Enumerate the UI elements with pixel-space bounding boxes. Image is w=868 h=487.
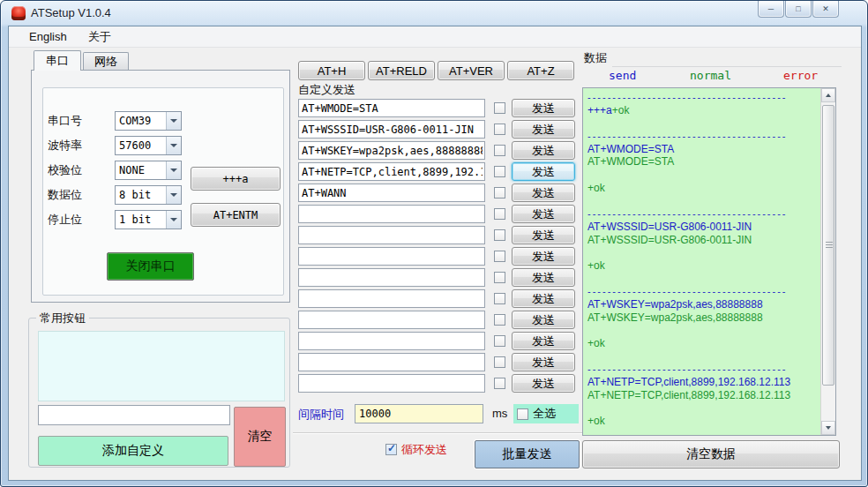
custom-command-row: 发送	[298, 184, 582, 203]
plus-a-button[interactable]: +++a	[191, 167, 281, 191]
parity-field: 校验位 NONE	[48, 161, 182, 180]
chevron-down-icon	[166, 112, 181, 130]
stop-bits-select[interactable]: 1 bit	[115, 210, 182, 229]
loop-send-checkbox[interactable]	[385, 444, 397, 455]
parity-value: NONE	[119, 164, 145, 176]
baud-rate-select[interactable]: 57600	[115, 136, 182, 155]
send-checkbox[interactable]	[494, 356, 505, 368]
send-checkbox[interactable]	[494, 208, 505, 220]
send-checkbox[interactable]	[494, 335, 505, 347]
parity-select[interactable]: NONE	[115, 161, 182, 180]
chevron-down-icon	[166, 211, 181, 229]
command-input[interactable]	[298, 374, 485, 393]
send-button[interactable]: 发送	[512, 141, 575, 160]
command-input[interactable]	[298, 289, 485, 308]
command-input[interactable]	[298, 141, 485, 160]
send-checkbox[interactable]	[494, 229, 505, 241]
at-entm-button[interactable]: AT+ENTM	[191, 203, 281, 227]
select-all-checkbox[interactable]	[517, 408, 528, 420]
menu-item-about[interactable]: 关于	[80, 26, 119, 48]
send-button[interactable]: 发送	[512, 311, 575, 329]
batch-send-button[interactable]: 批量发送	[475, 440, 580, 468]
clear-data-button[interactable]: 清空数据	[582, 440, 840, 468]
send-checkbox[interactable]	[494, 166, 505, 177]
custom-command-row: 发送	[298, 353, 582, 372]
send-checkbox[interactable]	[494, 293, 505, 304]
command-input[interactable]	[298, 99, 485, 117]
send-button[interactable]: 发送	[512, 99, 575, 117]
log-line	[587, 273, 818, 286]
send-button[interactable]: 发送	[512, 374, 575, 393]
custom-command-row: 发送	[298, 205, 582, 224]
stop-bits-label: 停止位	[48, 212, 115, 228]
tab-network[interactable]: 网络	[83, 52, 129, 71]
command-input[interactable]	[298, 268, 485, 287]
send-button[interactable]: 发送	[512, 184, 575, 202]
common-buttons-title: 常用按钮	[36, 311, 89, 326]
clear-button[interactable]: 清空	[234, 407, 286, 467]
send-button[interactable]: 发送	[512, 289, 575, 308]
send-button[interactable]: 发送	[512, 332, 575, 350]
tab-serial[interactable]: 串口	[34, 50, 81, 71]
log-area[interactable]: ----------------------------------------…	[582, 87, 836, 436]
close-serial-button[interactable]: 关闭串口	[107, 252, 194, 281]
send-button[interactable]: 发送	[512, 268, 575, 287]
titlebar[interactable]: ATSetup V1.0.4 ─ □ ✕	[1, 1, 867, 26]
data-bits-select[interactable]: 8 bit	[115, 185, 182, 205]
command-input[interactable]	[298, 162, 485, 181]
custom-command-row: 发送	[298, 247, 582, 266]
send-checkbox[interactable]	[494, 251, 505, 262]
send-button[interactable]: 发送	[512, 162, 575, 181]
command-input[interactable]	[298, 205, 485, 223]
command-input[interactable]	[298, 184, 485, 202]
custom-command-row: 发送	[298, 226, 582, 245]
command-input[interactable]	[298, 120, 485, 139]
client-area: English 关于 串口 网络 串口号 COM39 波特率 57600 校验位…	[8, 26, 862, 481]
custom-command-row: 发送	[298, 120, 582, 139]
scrollbar-up-icon[interactable]	[821, 88, 835, 102]
command-input[interactable]	[298, 226, 485, 244]
custom-command-row: 发送	[298, 311, 582, 330]
send-checkbox[interactable]	[494, 272, 505, 283]
send-checkbox[interactable]	[494, 187, 505, 199]
log-line: ----------------------------------------	[587, 207, 818, 221]
log-line	[587, 116, 818, 130]
interval-label: 间隔时间	[298, 407, 344, 423]
log-line	[587, 246, 818, 259]
send-checkbox[interactable]	[494, 145, 505, 156]
custom-command-row: 发送	[298, 374, 582, 393]
log-scrollbar[interactable]	[820, 88, 835, 435]
menu-item-english[interactable]: English	[21, 27, 75, 46]
send-button[interactable]: 发送	[512, 120, 575, 139]
command-input[interactable]	[298, 311, 485, 329]
serial-port-label: 串口号	[48, 113, 115, 129]
send-button[interactable]: 发送	[512, 247, 575, 266]
common-command-input[interactable]	[38, 405, 230, 425]
scrollbar-down-icon[interactable]	[821, 421, 835, 435]
command-input[interactable]	[298, 332, 485, 350]
separator	[293, 432, 584, 434]
send-checkbox[interactable]	[494, 124, 505, 135]
custom-send-rows: 发送 发送 发送 发送 发送 发送 发送 发送 发送	[298, 26, 582, 432]
log-line: +ok	[587, 337, 818, 350]
command-input[interactable]	[298, 353, 485, 371]
log-line: AT+NETP=TCP,client,8899,192.168.12.113	[587, 376, 818, 389]
scrollbar-thumb[interactable]	[822, 105, 834, 386]
custom-command-row: 发送	[298, 289, 582, 309]
window-title: ATSetup V1.0.4	[31, 6, 111, 19]
legend-normal: normal	[690, 69, 731, 82]
interval-input[interactable]	[355, 404, 483, 423]
send-button[interactable]: 发送	[512, 353, 575, 371]
send-checkbox[interactable]	[494, 378, 505, 389]
command-input[interactable]	[298, 247, 485, 266]
send-checkbox[interactable]	[494, 102, 505, 114]
send-checkbox[interactable]	[494, 314, 505, 326]
maximize-icon[interactable]: □	[785, 1, 812, 18]
serial-port-select[interactable]: COM39	[115, 111, 182, 131]
close-icon[interactable]: ✕	[812, 1, 839, 18]
send-button[interactable]: 发送	[512, 226, 575, 244]
log-line	[587, 402, 818, 416]
send-button[interactable]: 发送	[512, 205, 575, 223]
add-custom-button[interactable]: 添加自定义	[38, 436, 228, 466]
minimize-icon[interactable]: ─	[758, 1, 784, 18]
